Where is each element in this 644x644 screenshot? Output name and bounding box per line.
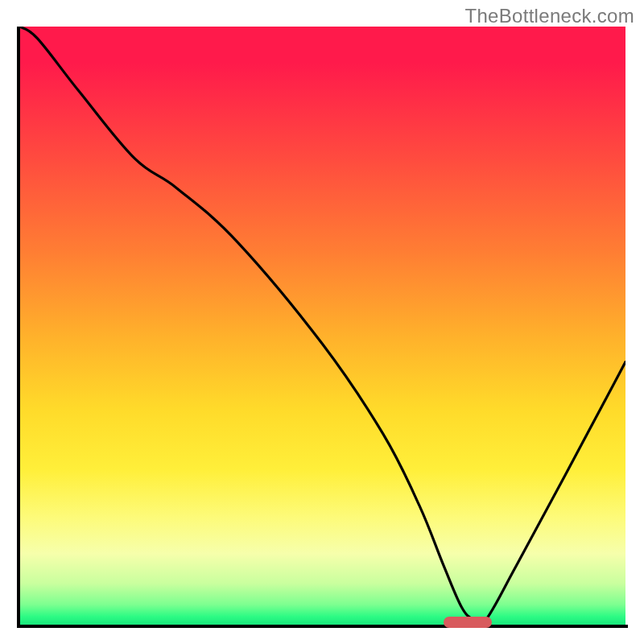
chart-container: TheBottleneck.com: [0, 0, 644, 644]
optimum-range-marker: [444, 617, 492, 628]
bottleneck-line-svg: [19, 27, 625, 625]
watermark-text: TheBottleneck.com: [464, 5, 634, 27]
bottleneck-curve-path: [19, 27, 625, 625]
